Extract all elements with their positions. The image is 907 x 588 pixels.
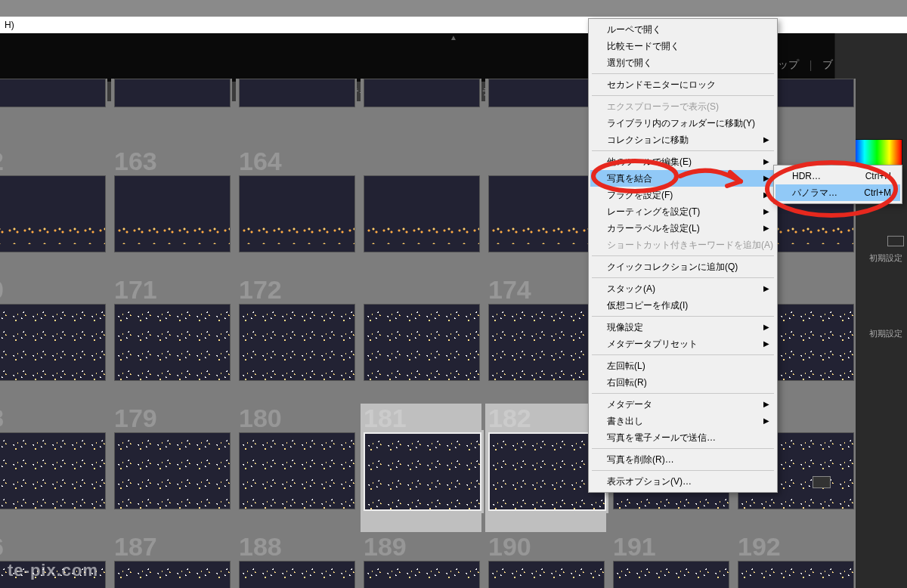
menu-item[interactable]: メタデータプリセット▶ <box>590 336 775 352</box>
menu-item: ショートカット付きキーワードを追加(A) <box>590 237 775 253</box>
menu-item[interactable]: コレクションに移動▶ <box>590 132 775 148</box>
menu-item[interactable]: ライブラリ内のフォルダーに移動(Y) <box>590 115 775 132</box>
menu-item[interactable]: カラーラベルを設定(L)▶ <box>590 220 775 237</box>
thumbnail[interactable] <box>114 432 231 509</box>
submenu-arrow-icon: ▶ <box>763 203 769 220</box>
quick-develop-default-1[interactable]: 初期設定 <box>869 252 902 264</box>
watermark: te-pix.com <box>8 561 98 580</box>
submenu-item[interactable]: HDR…Ctrl+H <box>775 168 900 184</box>
grid-index: 191 <box>613 532 656 562</box>
grid-cell[interactable]: 192 <box>735 532 856 588</box>
grid-cell[interactable]: 180 <box>236 404 357 532</box>
grid-index: 181 <box>364 404 407 433</box>
grid-cell[interactable]: 190 <box>485 532 606 588</box>
submenu-arrow-icon: ▶ <box>763 153 769 170</box>
thumbnail[interactable] <box>239 79 355 107</box>
thumbnail[interactable] <box>0 432 106 509</box>
grid-cell[interactable]: 189 <box>361 532 481 588</box>
thumbnail[interactable] <box>613 561 729 588</box>
submenu-photo-merge[interactable]: HDR…Ctrl+Hパノラマ…Ctrl+M <box>773 165 902 204</box>
thumbnail-badge[interactable] <box>813 476 831 488</box>
grid-cell[interactable]: 164 <box>236 147 357 275</box>
grid-index: 163 <box>114 147 157 176</box>
module-sep: | <box>809 59 813 71</box>
thumbnail[interactable] <box>0 175 106 252</box>
grid-cell[interactable] <box>361 275 481 404</box>
thumbnail[interactable] <box>114 304 231 381</box>
grid-cell[interactable]: 179 <box>111 404 232 532</box>
menu-item[interactable]: フラグを設定(F)▶ <box>590 187 775 203</box>
submenu-arrow-icon: ▶ <box>763 220 769 237</box>
thumbnail[interactable] <box>239 432 355 509</box>
thumbnail[interactable] <box>0 79 106 107</box>
menu-item[interactable]: メタデータ▶ <box>590 396 775 413</box>
menu-item[interactable]: 写真を電子メールで送信… <box>590 429 775 446</box>
grid-index: 171 <box>114 275 157 305</box>
submenu-arrow-icon: ▶ <box>763 413 769 429</box>
grid-cell[interactable]: 188 <box>236 532 357 588</box>
menu-item[interactable]: 仮想コピーを作成(I) <box>590 297 775 314</box>
thumbnail[interactable] <box>364 561 480 588</box>
thumbnail[interactable] <box>364 79 480 107</box>
grid-cell[interactable]: 8 <box>0 404 107 532</box>
grid-cell[interactable]: 187 <box>111 532 232 588</box>
menu-item[interactable]: レーティングを設定(T)▶ <box>590 203 775 220</box>
thumbnail[interactable] <box>488 175 605 252</box>
expand-top-panel-icon[interactable]: ▲ <box>450 33 457 42</box>
grid-index: 189 <box>364 532 407 562</box>
thumbnail[interactable] <box>738 561 854 588</box>
menu-item[interactable]: ルーペで開く <box>590 21 775 38</box>
thumbnail[interactable] <box>239 304 355 381</box>
menu-item[interactable]: 選別で開く <box>590 54 775 71</box>
grid-index: 187 <box>114 532 157 562</box>
menu-item[interactable]: セカンドモニターにロック <box>590 76 775 93</box>
grid-cell[interactable]: 171 <box>111 275 232 404</box>
submenu-arrow-icon: ▶ <box>763 170 769 187</box>
grid-index: 188 <box>239 532 282 562</box>
grid-index: 172 <box>239 275 282 305</box>
thumbnail[interactable] <box>114 79 231 107</box>
grid-index: 164 <box>239 147 282 176</box>
grid-index: 2 <box>0 147 4 176</box>
thumbnail[interactable] <box>114 175 231 252</box>
menu-item[interactable]: 現像設定▶ <box>590 319 775 336</box>
grid-cell[interactable]: 172 <box>236 275 357 404</box>
grid-cell[interactable]: 163 <box>111 147 232 275</box>
menu-item[interactable]: 写真を結合▶ <box>590 170 775 187</box>
submenu-item[interactable]: パノラマ…Ctrl+M <box>775 184 900 201</box>
thumbnail[interactable] <box>488 561 605 588</box>
menu-item[interactable]: 他のツールで編集(E)▶ <box>590 153 775 170</box>
thumbnail[interactable] <box>0 304 106 381</box>
grid-cell[interactable]: 181 <box>361 404 481 532</box>
grid-cell[interactable]: 0 <box>0 275 107 404</box>
thumbnail[interactable] <box>488 304 605 381</box>
menu-item[interactable]: 比較モードで開く <box>590 38 775 54</box>
thumbnail[interactable] <box>364 432 481 511</box>
grid-index: 0 <box>0 275 4 305</box>
menu-item[interactable]: クイックコレクションに追加(Q) <box>590 258 775 275</box>
thumbnail[interactable] <box>114 561 231 588</box>
menu-item[interactable]: 表示オプション(V)… <box>590 473 775 490</box>
grid-cell[interactable] <box>361 147 481 275</box>
menu-help-label: H) <box>5 20 14 30</box>
thumbnail[interactable] <box>239 561 355 588</box>
quick-develop-default-2[interactable]: 初期設定 <box>869 328 902 339</box>
grid-cell[interactable]: 191 <box>610 532 731 588</box>
thumbnail[interactable] <box>364 175 480 252</box>
thumbnail[interactable] <box>239 175 355 252</box>
thumbnail[interactable] <box>364 304 480 381</box>
submenu-arrow-icon: ▶ <box>763 187 769 203</box>
menu-item: エクスプローラーで表示(S) <box>590 98 775 115</box>
menu-item[interactable]: 書き出し▶ <box>590 413 775 429</box>
thumbnail[interactable] <box>488 79 605 107</box>
aspect-badge <box>887 236 904 246</box>
context-menu[interactable]: ルーペで開く比較モードで開く選別で開くセカンドモニターにロックエクスプローラーで… <box>588 18 778 493</box>
menu-item[interactable]: 右回転(R) <box>590 374 775 391</box>
menu-item[interactable]: 左回転(L) <box>590 357 775 374</box>
grid-cell[interactable]: 2 <box>0 147 107 275</box>
submenu-arrow-icon: ▶ <box>763 319 769 336</box>
shortcut-label: Ctrl+M <box>864 184 891 201</box>
menu-item[interactable]: スタック(A)▶ <box>590 280 775 297</box>
grid-index: 190 <box>488 532 531 562</box>
menu-item[interactable]: 写真を削除(R)… <box>590 451 775 468</box>
